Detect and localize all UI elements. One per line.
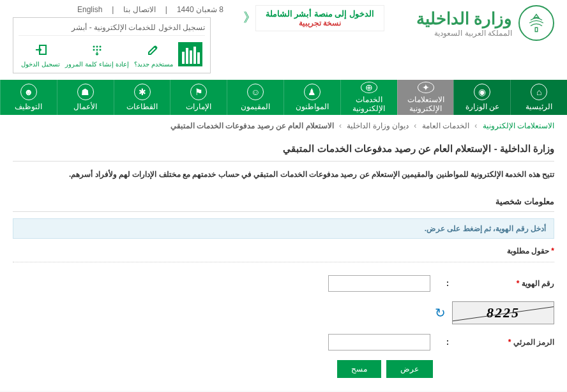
shield-icon: ◉ [474,84,490,100]
svg-point-4 [96,49,98,51]
ministry-title: وزارة الداخلية [416,9,512,29]
nav-business[interactable]: ☗الأعمال [57,80,114,115]
nav-about[interactable]: ◉عن الوزارة [453,80,510,115]
svg-point-5 [99,49,101,51]
section-title: معلومات شخصية [13,192,554,212]
keypad-icon [88,41,106,59]
nav-sectors[interactable]: ✱القطاعات [114,80,170,115]
nav-inquiry[interactable]: ✦الاستعلامات الإلكترونية [397,80,454,115]
ministry-subtitle: المملكة العربية السعودية [416,29,512,38]
clear-button[interactable]: مسح [337,360,381,378]
required-note: * حقول مطلوبة [13,246,554,262]
banner-subtitle: نسخة تجريبية [266,19,374,27]
breadcrumb-current: الاستعلام العام عن رصيد مدفوعات الخدمات … [170,121,334,130]
captcha-input[interactable] [328,334,430,351]
breadcrumb: الاستعلامات الإلكترونية › الخدمات العامة… [0,115,567,137]
group-icon: ☺ [247,84,264,100]
building-icon: ⚑ [190,84,207,100]
absher-banner[interactable]: 《 الدخول إلى منصة أبشر الشاملة نسخة تجري… [255,5,384,31]
new-user-link[interactable]: مستخدم جديد؟ [134,41,173,68]
captcha-label: الرمز المرئي * [458,338,554,347]
nav-home[interactable]: ⌂الرئيسية [510,80,567,115]
emblem-logo [518,5,554,41]
users-icon: ☻ [20,84,37,100]
nav-eservices[interactable]: ⊕الخدمات الإلكترونية [340,80,397,115]
briefcase-icon: ☗ [77,84,94,100]
captcha-image: 8225 [452,301,554,324]
svg-point-3 [93,49,94,51]
breadcrumb-l1[interactable]: الاستعلامات الإلكترونية [483,121,554,130]
view-button[interactable]: عرض [386,360,433,378]
login-icon [32,41,50,59]
id-label: رقم الهوية * [458,279,554,288]
breadcrumb-l3[interactable]: ديوان وزارة الداخلية [347,121,409,130]
breadcrumb-l2[interactable]: الخدمات العامة [422,121,469,130]
nav-jobs[interactable]: ☻التوظيف [0,80,57,115]
network-icon: ✱ [134,84,151,100]
nav-citizens[interactable]: ♟المواطنون [284,80,340,115]
page-title: وزارة الداخلية - الإستعلام العام عن رصيد… [13,137,554,162]
svg-point-1 [96,46,98,48]
nav-emirates[interactable]: ⚑الإمارات [170,80,227,115]
edit-icon [144,41,162,59]
chevron-left-icon: 《 [243,9,256,26]
service-description: تتيح هذه الخدمة الإلكترونية للمواطنين وا… [13,168,554,182]
globe-icon: ⊕ [361,82,377,93]
svg-point-0 [93,46,94,48]
search-icon: ✦ [418,82,434,93]
nav-residents[interactable]: ☺المقيمون [227,80,284,115]
reset-password-link[interactable]: إعادة إنشاء كلمة المرور [65,41,128,68]
language-link[interactable]: English [77,5,102,14]
home-icon: ⌂ [531,84,547,100]
id-input[interactable] [328,275,430,292]
refresh-captcha-icon[interactable]: ↻ [435,305,446,320]
banner-title: الدخول إلى منصة أبشر الشاملة [266,9,374,19]
info-message: أدخل رقم الهوية، ثم إضغط على عرض. [13,218,554,239]
person-icon: ♟ [304,84,321,100]
absher-logo-icon [178,42,202,66]
contact-link[interactable]: الاتصال بنا [123,5,155,14]
absher-box-title: تسجيل الدخول للخدمات الإلكترونية - أبشر [19,23,205,36]
login-link[interactable]: تسجيل الدخول [21,41,60,68]
svg-point-2 [99,46,101,48]
hijri-date: 8 شعبان 1440 [177,5,223,14]
